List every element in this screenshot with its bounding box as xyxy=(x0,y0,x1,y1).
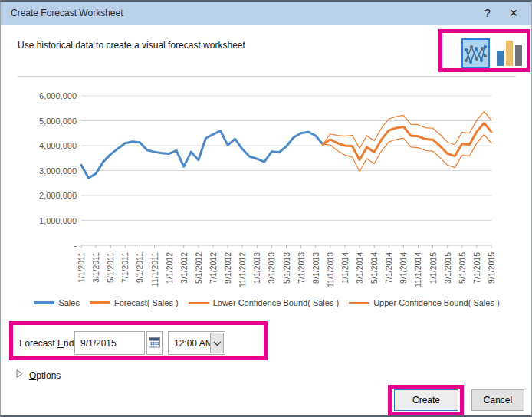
svg-text:7/1/2012: 7/1/2012 xyxy=(209,252,218,284)
svg-text:5/1/2015: 5/1/2015 xyxy=(458,252,467,284)
svg-text:5/1/2013: 5/1/2013 xyxy=(282,252,291,284)
legend-label: Lower Confidence Bound( Sales ) xyxy=(213,298,339,307)
svg-text:3/1/2015: 3/1/2015 xyxy=(443,252,452,284)
legend-label: Sales xyxy=(58,298,80,307)
svg-text:11/1/2011: 11/1/2011 xyxy=(150,252,159,287)
svg-text:3/1/2011: 3/1/2011 xyxy=(91,252,100,283)
create-button[interactable]: Create xyxy=(394,389,458,411)
svg-text:9/1/2013: 9/1/2013 xyxy=(311,252,320,284)
legend-item: Sales xyxy=(34,298,80,307)
svg-text:5,000,000: 5,000,000 xyxy=(39,117,77,126)
svg-text:9/1/2011: 9/1/2011 xyxy=(135,252,144,283)
svg-text:3/1/2013: 3/1/2013 xyxy=(267,252,276,284)
line-chart-icon xyxy=(463,57,488,69)
legend-swatch xyxy=(189,302,209,304)
titlebar: Create Forecast Worksheet ? × xyxy=(1,2,531,25)
options-expander[interactable]: Options xyxy=(16,369,61,381)
forecast-end-date-input[interactable] xyxy=(74,331,145,355)
svg-text:1/1/2011: 1/1/2011 xyxy=(77,252,86,283)
svg-text:3/1/2014: 3/1/2014 xyxy=(355,252,364,284)
create-forecast-worksheet-dialog: Create Forecast Worksheet ? × Use histor… xyxy=(0,0,532,417)
svg-text:6,000,000: 6,000,000 xyxy=(39,91,77,100)
svg-text:3,000,000: 3,000,000 xyxy=(39,166,77,176)
forecast-end-time-select[interactable]: 12:00 AM xyxy=(168,331,225,355)
svg-text:3/1/2012: 3/1/2012 xyxy=(179,252,189,284)
bar-chart-type-button[interactable] xyxy=(494,40,525,67)
svg-text:2,000,000: 2,000,000 xyxy=(39,191,77,200)
svg-text:11/1/2013: 11/1/2013 xyxy=(326,252,335,287)
svg-text:7/1/2013: 7/1/2013 xyxy=(297,252,306,284)
svg-text:4,000,000: 4,000,000 xyxy=(39,141,77,150)
dialog-description: Use historical data to create a visual f… xyxy=(18,40,245,51)
calendar-button[interactable] xyxy=(146,331,163,355)
svg-text:5/1/2012: 5/1/2012 xyxy=(194,252,203,284)
forecast-chart: 6,000,0005,000,0004,000,0003,000,0002,00… xyxy=(1,82,532,300)
calendar-icon xyxy=(149,337,160,350)
legend-swatch xyxy=(349,302,369,304)
time-dropdown-button[interactable] xyxy=(210,333,224,353)
cancel-button[interactable]: Cancel xyxy=(471,389,524,411)
legend-item: Upper Confidence Bound( Sales ) xyxy=(349,298,499,307)
header-separator xyxy=(18,76,516,77)
triangle-right-icon xyxy=(16,369,23,381)
legend-item: Forecast( Sales ) xyxy=(90,298,179,307)
dialog-title: Create Forecast Worksheet xyxy=(1,8,475,18)
legend-swatch xyxy=(34,301,54,304)
svg-text:1/1/2014: 1/1/2014 xyxy=(340,252,350,284)
svg-text:5/1/2014: 5/1/2014 xyxy=(369,252,379,284)
svg-text:9/1/2015: 9/1/2015 xyxy=(487,252,496,284)
svg-text:1,000,000: 1,000,000 xyxy=(39,216,77,225)
svg-text:7/1/2011: 7/1/2011 xyxy=(120,252,130,283)
forecast-end-label: Forecast End xyxy=(19,338,74,349)
svg-text:5/1/2011: 5/1/2011 xyxy=(106,252,115,283)
svg-text:7/1/2014: 7/1/2014 xyxy=(384,252,393,284)
legend-label: Forecast( Sales ) xyxy=(114,298,179,307)
svg-text:7/1/2015: 7/1/2015 xyxy=(472,252,481,284)
svg-text:-: - xyxy=(74,241,77,250)
legend-label: Upper Confidence Bound( Sales ) xyxy=(373,298,499,307)
svg-text:1/1/2012: 1/1/2012 xyxy=(165,252,174,284)
legend-swatch xyxy=(90,301,110,304)
svg-text:9/1/2014: 9/1/2014 xyxy=(399,252,408,284)
chevron-down-icon xyxy=(213,337,222,349)
time-value: 12:00 AM xyxy=(174,338,213,349)
chart-legend: SalesForecast( Sales )Lower Confidence B… xyxy=(1,298,532,307)
svg-text:1/1/2015: 1/1/2015 xyxy=(429,252,438,284)
line-chart-type-button[interactable] xyxy=(461,38,490,68)
help-button[interactable]: ? xyxy=(475,2,501,25)
close-button[interactable]: × xyxy=(501,2,527,25)
bar-chart-icon xyxy=(495,58,524,70)
svg-text:9/1/2012: 9/1/2012 xyxy=(223,252,232,284)
svg-text:11/1/2014: 11/1/2014 xyxy=(413,252,422,287)
svg-text:1/1/2013: 1/1/2013 xyxy=(252,252,261,284)
svg-text:11/1/2012: 11/1/2012 xyxy=(238,252,247,287)
legend-item: Lower Confidence Bound( Sales ) xyxy=(189,298,339,307)
options-label: Options xyxy=(29,370,61,381)
